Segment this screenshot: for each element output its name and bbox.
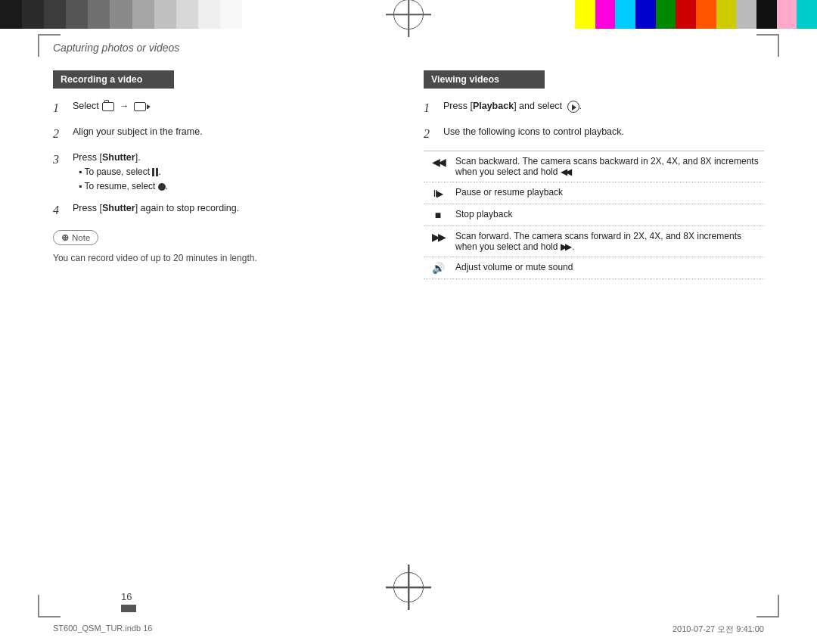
swatch [176, 0, 198, 29]
recording-column: Recording a video 1 Select → . [53, 70, 393, 279]
table-row: ▶▶ Scan forward. The camera scans forwar… [424, 226, 764, 257]
swatch [44, 0, 66, 29]
swatch [132, 0, 154, 29]
swatch [110, 0, 132, 29]
swatch [198, 0, 220, 29]
top-bar-middle [242, 0, 575, 29]
recording-header: Recording a video [53, 70, 174, 89]
step-3: 3 Press [Shutter]. To pause, select . To… [53, 151, 393, 194]
note-label: ⊕ Note [53, 230, 98, 245]
page-bar [121, 605, 136, 612]
two-column-layout: Recording a video 1 Select → . [53, 70, 764, 279]
page-number: 16 [121, 591, 132, 602]
rewind-icon-inline: ◀◀ [561, 166, 570, 177]
pause-icon [152, 168, 158, 176]
pause-bar [156, 168, 158, 176]
swatch [777, 0, 797, 29]
swatch [797, 0, 817, 29]
step-num-3: 3 [53, 151, 70, 169]
desc-cell-stop: Stop playback [452, 204, 764, 226]
icon-cell-pause-play: II▶ [424, 182, 452, 204]
camera-icon [102, 102, 114, 111]
swatch [615, 0, 635, 29]
note-label-text: Note [72, 233, 90, 242]
playback-bold: Playback [473, 101, 514, 111]
icon-cell-stop: ■ [424, 204, 452, 226]
table-row: ■ Stop playback [424, 204, 764, 226]
desc-cell-volume: Adjust volume or mute sound [452, 257, 764, 279]
play-triangle [572, 104, 576, 110]
shutter-bold-2: Shutter [102, 203, 135, 213]
swatch [66, 0, 88, 29]
plus-icon: ⊕ [61, 232, 69, 243]
page-title: Capturing photos or videos [53, 42, 764, 54]
swatch [736, 0, 756, 29]
viewing-step-1: 1 Press [Playback] and select . [424, 99, 764, 117]
step-4: 4 Press [Shutter] again to stop recordin… [53, 201, 393, 219]
corner-mark-bottom-right [756, 595, 779, 618]
swatch [756, 0, 777, 29]
viewing-step-num-1: 1 [424, 99, 440, 117]
desc-cell-forward: Scan forward. The camera scans forward i… [452, 226, 764, 257]
forward-icon: ▶▶ [432, 231, 444, 243]
pause-bar [152, 168, 154, 176]
swatch [575, 0, 595, 29]
step-num-2: 2 [53, 125, 70, 143]
note-box: ⊕ Note [53, 230, 393, 245]
video-camera-icon [134, 102, 146, 111]
step-3-content: Press [Shutter]. To pause, select . To r… [73, 151, 168, 194]
table-row: II▶ Pause or resume playback [424, 182, 764, 204]
step-num-1: 1 [53, 99, 70, 117]
step-1: 1 Select → . [53, 99, 393, 117]
step-2-content: Align your subject in the frame. [73, 125, 203, 139]
viewing-step-2: 2 Use the following icons to control pla… [424, 125, 764, 143]
swatch [635, 0, 656, 29]
playback-table: ◀◀ Scan backward. The camera scans backw… [424, 151, 764, 279]
swatch [595, 0, 616, 29]
swatch [154, 0, 176, 29]
shutter-bold: Shutter [102, 152, 135, 163]
footer-left: ST600_QSM_TUR.indb 16 [53, 624, 152, 635]
step-4-content: Press [Shutter] again to stop recording. [73, 201, 239, 216]
desc-cell-pause-play: Pause or resume playback [452, 182, 764, 204]
rewind-icon: ◀◀ [432, 156, 444, 168]
swatch [716, 0, 737, 29]
swatch [220, 0, 242, 29]
step-num-4: 4 [53, 201, 70, 219]
video-lens [147, 104, 151, 109]
swatch [0, 0, 22, 29]
step-2: 2 Align your subject in the frame. [53, 125, 393, 143]
swatch [656, 0, 676, 29]
record-icon [158, 183, 166, 191]
main-content: Capturing photos or videos Recording a v… [53, 42, 764, 583]
top-color-bar [0, 0, 817, 29]
color-strip-right [575, 0, 817, 29]
swatch [22, 0, 44, 29]
footer: ST600_QSM_TUR.indb 16 2010-07-27 오전 9:41… [53, 624, 764, 635]
stop-icon: ■ [435, 209, 441, 221]
footer-right: 2010-07-27 오전 9:41:00 [673, 624, 764, 635]
swatch [676, 0, 696, 29]
viewing-step-num-2: 2 [424, 125, 440, 143]
pause-play-icon: II▶ [433, 188, 443, 199]
volume-icon: 🔊 [432, 262, 445, 274]
swatch [696, 0, 716, 29]
icon-cell-rewind: ◀◀ [424, 151, 452, 182]
icon-cell-volume: 🔊 [424, 257, 452, 279]
table-row: ◀◀ Scan backward. The camera scans backw… [424, 151, 764, 182]
icon-cell-forward: ▶▶ [424, 226, 452, 257]
viewing-step-1-content: Press [Playback] and select . [443, 99, 582, 114]
step-1-content: Select → . [73, 99, 149, 114]
color-strip-left [0, 0, 242, 29]
viewing-step-2-content: Use the following icons to control playb… [443, 125, 624, 139]
note-text: You can record video of up to 20 minutes… [53, 253, 393, 263]
crosshair-top [393, 0, 424, 30]
arrow-icon: → [120, 101, 129, 111]
play-circle-icon [567, 101, 579, 113]
table-row: 🔊 Adjust volume or mute sound [424, 257, 764, 279]
viewing-header: Viewing videos [424, 70, 545, 89]
sub-bullet-pause: To pause, select . [79, 166, 161, 177]
corner-mark-bottom-left [38, 595, 61, 618]
forward-icon-inline: ▶▶ [561, 241, 570, 252]
swatch [88, 0, 110, 29]
